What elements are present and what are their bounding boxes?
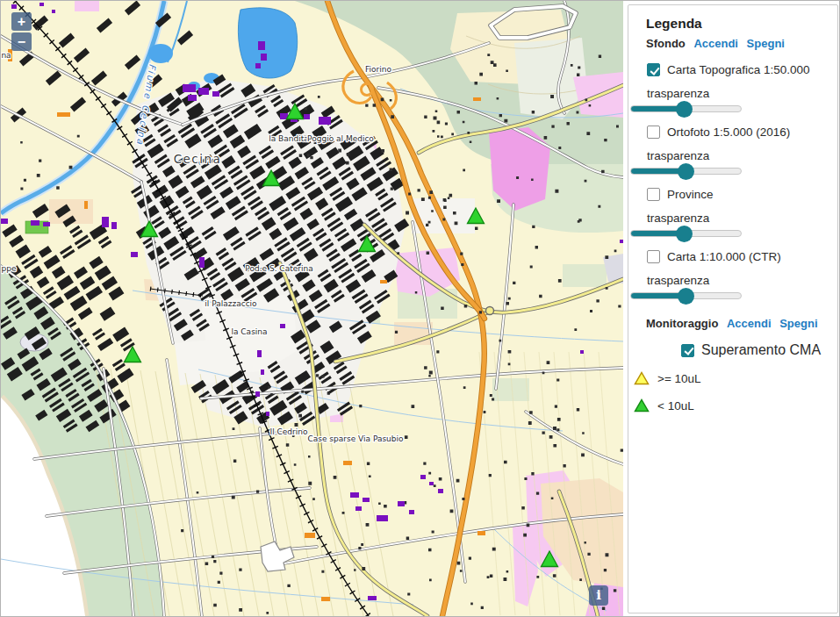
background-section-header: Sfondo Accendi Spegni xyxy=(646,37,823,50)
layer-checkbox-ortofoto[interactable] xyxy=(647,126,660,139)
symbol-label-gte10: >= 10uL xyxy=(657,372,701,385)
info-button[interactable]: i xyxy=(589,585,608,606)
superamento-cma-row: Superamento CMA xyxy=(681,342,823,358)
layer-label: Province xyxy=(667,188,714,201)
map-label: il Palazzaccio xyxy=(205,299,257,308)
layer-checkbox-carta-topografica[interactable] xyxy=(647,63,660,76)
transparency-label: trasparenza xyxy=(647,274,823,287)
transparency-label: trasparenza xyxy=(647,87,823,100)
map-canvas[interactable]: CecinaFiorinola BanditaPoggio al MedicoP… xyxy=(1,1,623,616)
map-label: Cecina xyxy=(174,152,222,166)
superamento-cma-checkbox[interactable] xyxy=(681,344,694,357)
map-label: Case sparse Via Pasubio xyxy=(307,434,404,443)
map-label: la Casina xyxy=(231,327,267,336)
monitoraggio-accendi-link[interactable]: Accendi xyxy=(727,317,772,330)
legend-panel: Legenda Sfondo Accendi Spegni Carta Topo… xyxy=(628,4,838,613)
monitoring-section-header: Monitoraggio Accendi Spegni xyxy=(646,317,823,330)
symbol-label-lt10: < 10uL xyxy=(657,399,694,413)
layer-row-carta-topografica: Carta Topografica 1:50.000 xyxy=(647,63,823,76)
transparency-label: trasparenza xyxy=(647,149,823,162)
superamento-cma-label: Superamento CMA xyxy=(701,342,821,358)
map-viewport[interactable]: CecinaFiorinola BanditaPoggio al MedicoP… xyxy=(1,1,623,616)
map-label: Pod.e S. Caterina xyxy=(245,264,312,273)
map-label: ppe xyxy=(2,264,17,273)
transparency-slider-carta-topografica[interactable] xyxy=(630,105,742,112)
layer-checkbox-province[interactable] xyxy=(647,188,660,201)
map-application: CecinaFiorinola BanditaPoggio al MedicoP… xyxy=(0,0,840,617)
map-label: Poggio al Medico xyxy=(307,134,374,143)
map-label: Il Cedrino xyxy=(270,427,308,436)
layer-label: Carta Topografica 1:50.000 xyxy=(667,63,810,76)
transparency-slider-ctr[interactable] xyxy=(630,292,742,299)
layer-row-province: Province xyxy=(647,188,823,201)
green-triangle-icon xyxy=(634,398,650,413)
layer-row-ortofoto: Ortofoto 1:5.000 (2016) xyxy=(647,126,823,139)
sfondo-spegni-link[interactable]: Spegni xyxy=(747,37,785,50)
symbol-row-gte10: >= 10uL xyxy=(634,371,823,385)
transparency-slider-province[interactable] xyxy=(630,230,742,237)
monitoraggio-label: Monitoraggio xyxy=(646,317,718,330)
map-label: la Bandita xyxy=(269,134,309,143)
monitoraggio-spegni-link[interactable]: Spegni xyxy=(779,317,817,330)
layer-checkbox-ctr[interactable] xyxy=(647,250,660,263)
sfondo-label: Sfondo xyxy=(646,37,686,50)
layer-label: Carta 1:10.000 (CTR) xyxy=(667,250,781,263)
map-label: na xyxy=(1,51,11,60)
sfondo-accendi-link[interactable]: Accendi xyxy=(693,37,738,50)
layer-row-ctr: Carta 1:10.000 (CTR) xyxy=(647,250,823,263)
yellow-triangle-icon xyxy=(634,371,650,385)
transparency-label: trasparenza xyxy=(647,212,823,225)
zoom-out-button[interactable]: − xyxy=(11,32,32,51)
transparency-slider-ortofoto[interactable] xyxy=(630,168,742,175)
layer-label: Ortofoto 1:5.000 (2016) xyxy=(667,126,790,139)
zoom-in-button[interactable]: + xyxy=(11,12,32,31)
map-label: Fiorino xyxy=(365,65,391,74)
legend-title: Legenda xyxy=(646,16,823,32)
symbol-row-lt10: < 10uL xyxy=(634,398,823,413)
